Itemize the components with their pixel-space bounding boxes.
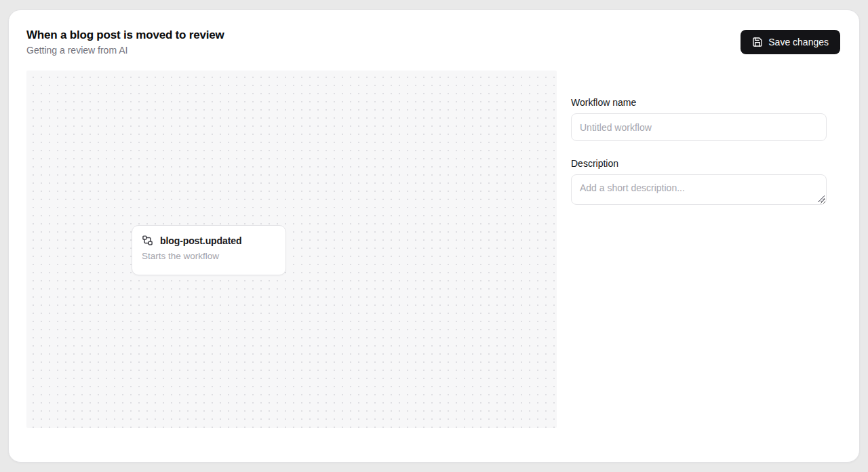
description-field-group: Description — [571, 158, 827, 205]
workflow-name-label: Workflow name — [571, 97, 827, 108]
trigger-node-title: blog-post.updated — [160, 235, 241, 246]
save-icon — [752, 37, 763, 47]
workflow-canvas[interactable]: blog-post.updated Starts the workflow — [26, 71, 557, 428]
workflow-trigger-icon — [142, 235, 153, 246]
workflow-name-field-group: Workflow name — [571, 97, 827, 141]
settings-panel: Workflow name Description — [571, 97, 827, 205]
description-textarea-wrap — [571, 174, 827, 205]
save-changes-button[interactable]: Save changes — [741, 30, 840, 54]
workflow-editor-card: When a blog post is moved to review Gett… — [8, 9, 860, 463]
description-textarea[interactable] — [571, 174, 827, 205]
save-button-label: Save changes — [768, 37, 829, 47]
page-subtitle: Getting a review from AI — [26, 45, 224, 56]
workflow-name-input[interactable] — [571, 113, 827, 141]
trigger-node-subtitle: Starts the workflow — [142, 251, 276, 261]
description-label: Description — [571, 158, 827, 169]
header: When a blog post is moved to review Gett… — [26, 28, 840, 56]
trigger-node-header: blog-post.updated — [142, 235, 276, 246]
header-titles: When a blog post is moved to review Gett… — [26, 28, 224, 56]
page-title: When a blog post is moved to review — [26, 28, 224, 42]
trigger-node[interactable]: blog-post.updated Starts the workflow — [132, 225, 286, 275]
